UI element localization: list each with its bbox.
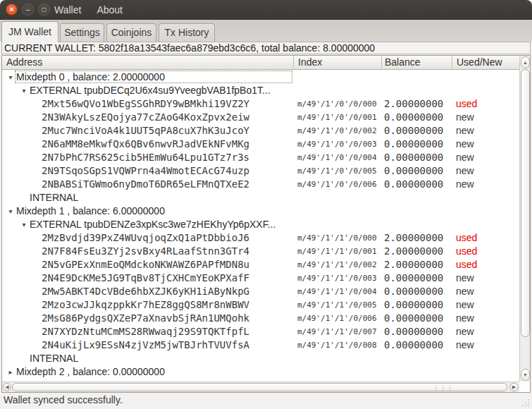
column-header-balance[interactable]: Balance — [385, 56, 421, 70]
tree-row[interactable]: 2Muc7WnciVoA4k1UUT5qPA8cuX7hK3uJcoYm/49'… — [2, 124, 520, 138]
tree-row[interactable]: 2MsG86PydgsQXZeP7aXnavbSjRAn1UMQohkm/49'… — [2, 312, 520, 325]
tree-row[interactable]: ▾Mixdepth 0 , balance: 2.00000000 — [2, 71, 520, 84]
column-header-index[interactable]: Index — [298, 56, 322, 70]
column-divider[interactable] — [381, 56, 382, 70]
column-header-address[interactable]: Address — [6, 56, 42, 70]
index-cell: m/49'/1'/1'/0/000 — [297, 231, 377, 245]
used-new-cell: used — [456, 231, 477, 245]
balance-cell: 0.00000000 — [384, 325, 443, 338]
tab-coinjoins[interactable]: Coinjoins — [106, 23, 156, 42]
horizontal-scrollbar-thumb[interactable]: ⋮⋮⋮ — [12, 383, 507, 391]
menu-about[interactable]: About — [97, 4, 123, 16]
address-cell[interactable]: 2N7F84FsEu3ZYj2svBxy4RLaafStnn3GTr4 — [42, 245, 249, 258]
index-cell: m/49'/1'/1'/0/001 — [297, 245, 377, 258]
address-cell[interactable]: 2Mzo3cwJJkqzppkKr7hEZ8ggQS8Mr8nWBWV — [42, 298, 249, 312]
address-cell[interactable]: 2Mxt56wQVo1WbEgSSGhRDY9wBMkhi19VZ2Y — [42, 97, 249, 111]
used-new-cell: new — [456, 164, 474, 178]
balance-cell: 0.00000000 — [384, 285, 443, 298]
index-cell: m/49'/1'/0'/0/004 — [297, 151, 377, 164]
tree-row[interactable]: ▾EXTERNAL tpubDECq2U6x4su9YveegbVAB1fpBo… — [2, 84, 520, 97]
address-cell[interactable]: 2MzBvdjd39PxZ4WUvqjoqZxQ1aPtDbbioJ6 — [42, 231, 249, 245]
branch-label[interactable]: EXTERNAL tpubDECq2U6x4su9YveegbVAB1fpBo1… — [30, 84, 271, 97]
address-cell[interactable]: 2N4uKijLx9ESsN4zjVzM5jwTBJrhTVUVfsA — [42, 338, 249, 352]
tree-row[interactable]: 2Mzo3cwJJkqzppkKr7hEZ8ggQS8Mr8nWBWVm/49'… — [2, 298, 520, 312]
tree-row[interactable]: 2N6aMM8eMkwfQx6QBv6nwvRJadVEkNFvMKgm/49'… — [2, 138, 520, 151]
tree-row[interactable]: 2N5vGPExXnmEoQMdckoNKWAWZ6PAPfMDN8um/49'… — [2, 258, 520, 271]
tree-row[interactable]: 2N7bPhC7RS625cib5HEmWu64Lpu1GTz7r3sm/49'… — [2, 151, 520, 164]
branch-label[interactable]: INTERNAL — [30, 352, 78, 365]
tree-header: Address Index Balance Used/New — [2, 56, 520, 70]
scrollbar-grip: ⋮⋮⋮ — [433, 386, 443, 391]
address-cell[interactable]: 2Muc7WnciVoA4k1UUT5qPA8cuX7hK3uJcoY — [42, 124, 249, 138]
scroll-up-icon[interactable]: ▲ — [521, 56, 530, 68]
tree-row[interactable]: 2N3WAkyLszEQojya77cZAoG4KoxZpvx2eiwm/49'… — [2, 111, 520, 124]
column-divider[interactable] — [452, 56, 452, 70]
tab-settings[interactable]: Settings — [60, 23, 104, 42]
used-new-cell: new — [456, 151, 474, 164]
horizontal-scrollbar[interactable]: ◀ ⋮⋮⋮ ▶ — [2, 381, 519, 392]
mixdepth-label[interactable]: Mixdepth 1 , balance: 6.00000000 — [16, 204, 165, 218]
branch-label[interactable]: INTERNAL — [30, 191, 78, 204]
status-bar: Wallet synced successfully. — [0, 393, 532, 409]
status-message: Wallet synced successfully. — [4, 394, 123, 405]
balance-cell: 0.00000000 — [384, 338, 443, 352]
column-divider[interactable] — [293, 56, 294, 70]
address-cell[interactable]: 2N3WAkyLszEQojya77cZAoG4KoxZpvx2eiw — [42, 111, 249, 124]
tree-row[interactable]: ▸Mixdepth 2 , balance: 0.00000000 — [2, 365, 520, 379]
address-cell[interactable]: 2N4E9DcKMe5JG9TqBv8TjCXHCmYEoKPXafF — [42, 271, 249, 285]
tree-row[interactable]: 2Mxt56wQVo1WbEgSSGhRDY9wBMkhi19VZ2Ym/49'… — [2, 97, 520, 111]
tree-row[interactable]: INTERNAL — [2, 352, 520, 365]
index-cell: m/49'/1'/0'/0/002 — [297, 124, 377, 138]
minimize-button-icon[interactable]: – — [22, 4, 34, 16]
tree-row[interactable]: 2NBABSiTGWmo6nyDmoT6DR65eLFMnQTXeE2m/49'… — [2, 178, 520, 191]
used-new-cell: new — [456, 124, 474, 138]
expander-open-icon[interactable]: ▾ — [6, 71, 15, 84]
index-cell: m/49'/1'/0'/0/000 — [297, 97, 377, 111]
address-cell[interactable]: 2N5vGPExXnmEoQMdckoNKWAWZ6PAPfMDN8u — [42, 258, 249, 271]
menu-wallet[interactable]: Wallet — [54, 4, 81, 16]
balance-cell: 0.00000000 — [384, 271, 443, 285]
column-header-usednew[interactable]: Used/New — [457, 56, 502, 70]
expander-closed-icon[interactable]: ▸ — [6, 365, 15, 379]
scroll-left-icon[interactable]: ◀ — [3, 383, 11, 391]
tree-row[interactable]: 2Mw5ABKT4DcVBde6hbXZJK6yKH1iAByNkpGm/49'… — [2, 285, 520, 298]
used-new-cell: new — [456, 111, 474, 124]
address-cell[interactable]: 2MsG86PydgsQXZeP7aXnavbSjRAn1UMQohk — [42, 312, 249, 325]
used-new-cell: new — [456, 285, 474, 298]
tree-row[interactable]: 2N4uKijLx9ESsN4zjVzM5jwTBJrhTVUVfsAm/49'… — [2, 338, 520, 352]
scroll-right-icon[interactable]: ▶ — [509, 383, 519, 391]
index-cell: m/49'/1'/0'/0/005 — [297, 164, 377, 178]
expander-open-icon[interactable]: ▾ — [20, 84, 28, 97]
address-cell[interactable]: 2N9TSqoSGpS1VQWPrn4a4WmotECAcG74uzp — [42, 164, 249, 178]
index-cell: m/49'/1'/0'/0/003 — [297, 138, 377, 151]
tree-row[interactable]: ▾EXTERNAL tpubDENZe3xpKsc3we7zHEKhyYp6pX… — [2, 218, 520, 231]
tree-row[interactable]: 2N7F84FsEu3ZYj2svBxy4RLaafStnn3GTr4m/49'… — [2, 245, 520, 258]
address-cell[interactable]: 2N6aMM8eMkwfQx6QBv6nwvRJadVEkNFvMKg — [42, 138, 249, 151]
vertical-scrollbar-thumb[interactable] — [521, 69, 530, 337]
close-button-icon[interactable]: × — [6, 4, 18, 16]
used-new-cell: new — [456, 178, 474, 191]
used-new-cell: used — [456, 258, 477, 271]
tree-row[interactable]: ▾Mixdepth 1 , balance: 6.00000000 — [2, 204, 520, 218]
tree-row[interactable]: 2MzBvdjd39PxZ4WUvqjoqZxQ1aPtDbbioJ6m/49'… — [2, 231, 520, 245]
maximize-button-icon[interactable]: ▢ — [38, 4, 50, 16]
branch-label[interactable]: EXTERNAL tpubDENZe3xpKsc3we7zHEKhyYp6pXX… — [30, 218, 276, 231]
tab-tx-history[interactable]: Tx History — [159, 23, 215, 42]
vertical-scrollbar[interactable]: ▲ ▼ — [519, 56, 530, 381]
address-cell[interactable]: 2N7bPhC7RS625cib5HEmWu64Lpu1GTz7r3s — [42, 151, 249, 164]
expander-open-icon[interactable]: ▾ — [20, 218, 28, 231]
tree-row[interactable]: 2N4E9DcKMe5JG9TqBv8TjCXHCmYEoKPXafFm/49'… — [2, 271, 520, 285]
tree-row[interactable]: INTERNAL — [2, 191, 520, 204]
mixdepth-label[interactable]: Mixdepth 2 , balance: 0.00000000 — [16, 365, 165, 379]
tab-jm-wallet[interactable]: JM Wallet — [1, 21, 58, 42]
index-cell: m/49'/1'/1'/0/005 — [297, 298, 377, 312]
tree-row[interactable]: 2N9TSqoSGpS1VQWPrn4a4WmotECAcG74uzpm/49'… — [2, 164, 520, 178]
tree-row[interactable]: 2N7XYDzNtuMCmMS28RWwaqj29S9TQKTfpfLm/49'… — [2, 325, 520, 338]
expander-open-icon[interactable]: ▾ — [6, 204, 15, 218]
mixdepth-label[interactable]: Mixdepth 0 , balance: 2.00000000 — [16, 71, 165, 84]
resize-grip-icon[interactable] — [521, 398, 529, 406]
address-cell[interactable]: 2Mw5ABKT4DcVBde6hbXZJK6yKH1iAByNkpG — [42, 285, 249, 298]
address-cell[interactable]: 2NBABSiTGWmo6nyDmoT6DR65eLFMnQTXeE2 — [42, 178, 249, 191]
scroll-down-icon[interactable]: ▼ — [521, 369, 530, 381]
address-cell[interactable]: 2N7XYDzNtuMCmMS28RWwaqj29S9TQKTfpfL — [42, 325, 249, 338]
